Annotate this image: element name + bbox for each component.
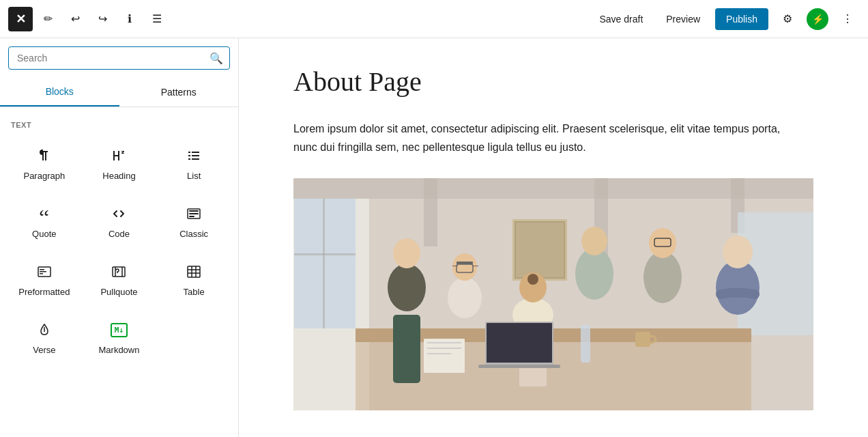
- block-heading[interactable]: Heading: [83, 135, 156, 190]
- pencil-icon: ✏: [44, 12, 53, 25]
- pullquote-label: Pullquote: [100, 287, 137, 297]
- search-input[interactable]: [8, 46, 230, 70]
- preformatted-label: Preformatted: [18, 287, 70, 297]
- block-quote[interactable]: Quote: [8, 193, 81, 248]
- search-icon: 🔍: [209, 52, 223, 65]
- block-preformatted[interactable]: Preformatted: [8, 251, 81, 306]
- topbar-right: Save draft Preview Publish ⚙ ⚡ ⋮: [591, 7, 860, 31]
- classic-label: Classic: [179, 229, 208, 239]
- svg-rect-17: [188, 266, 200, 277]
- preformatted-icon: [36, 262, 53, 281]
- svg-rect-9: [189, 216, 194, 217]
- blocks-list: TEXT Paragraph: [0, 107, 238, 437]
- svg-rect-12: [40, 271, 46, 272]
- paragraph-icon: [36, 146, 53, 165]
- svg-rect-8: [189, 213, 199, 214]
- svg-rect-11: [40, 269, 44, 270]
- close-button[interactable]: ✕: [8, 7, 33, 31]
- save-draft-button[interactable]: Save draft: [591, 8, 651, 30]
- page-paragraph: Lorem ipsum dolor sit amet, consectetur …: [293, 119, 798, 156]
- svg-rect-0: [192, 152, 199, 153]
- tabs: Blocks Patterns: [0, 78, 238, 107]
- block-code[interactable]: Code: [83, 193, 156, 248]
- svg-rect-4: [188, 155, 190, 156]
- svg-rect-7: [189, 210, 199, 212]
- more-options-button[interactable]: ⋮: [835, 7, 860, 31]
- code-label: Code: [108, 229, 130, 239]
- tab-patterns[interactable]: Patterns: [119, 78, 239, 107]
- page-image: [293, 178, 813, 410]
- verse-icon: [36, 320, 53, 339]
- search-box: 🔍: [8, 46, 230, 70]
- block-paragraph[interactable]: Paragraph: [8, 135, 81, 190]
- list-view-button[interactable]: ☰: [145, 7, 169, 31]
- svg-rect-66: [293, 178, 813, 410]
- settings-button[interactable]: ⚙: [775, 7, 800, 31]
- block-classic[interactable]: Classic: [158, 193, 230, 248]
- svg-rect-3: [188, 152, 190, 153]
- undo-button[interactable]: ↩: [63, 7, 87, 31]
- info-button[interactable]: ℹ: [117, 7, 142, 31]
- main-layout: 🔍 Blocks Patterns TEXT Parag: [0, 38, 868, 437]
- list-view-icon: ☰: [152, 12, 162, 25]
- page-title: About Page: [293, 66, 813, 98]
- avatar[interactable]: ⚡: [807, 8, 828, 30]
- publish-button[interactable]: Publish: [715, 8, 768, 30]
- block-markdown[interactable]: M↓ Markdown: [83, 309, 156, 364]
- table-icon: [186, 262, 202, 281]
- heading-label: Heading: [102, 171, 135, 181]
- gear-icon: ⚙: [783, 12, 792, 25]
- svg-rect-13: [40, 273, 43, 274]
- ellipsis-icon: ⋮: [842, 12, 853, 25]
- classic-icon: [186, 204, 202, 223]
- redo-icon: ↪: [98, 12, 107, 25]
- list-label: List: [187, 171, 201, 181]
- close-icon: ✕: [16, 12, 26, 27]
- list-icon: [186, 146, 202, 165]
- redo-button[interactable]: ↪: [90, 7, 115, 31]
- table-label: Table: [184, 287, 205, 297]
- quote-icon: [36, 204, 53, 223]
- svg-rect-1: [192, 155, 199, 156]
- pullquote-icon: [111, 262, 127, 281]
- topbar-left: ✕ ✏ ↩ ↪ ℹ ☰: [8, 7, 169, 31]
- code-icon: [111, 204, 127, 223]
- tab-blocks[interactable]: Blocks: [0, 78, 119, 107]
- svg-rect-5: [188, 158, 190, 160]
- editor-area[interactable]: About Page Lorem ipsum dolor sit amet, c…: [239, 38, 868, 437]
- markdown-icon: M↓: [111, 320, 128, 339]
- block-verse[interactable]: Verse: [8, 309, 81, 364]
- svg-rect-2: [192, 158, 199, 160]
- blocks-grid: Paragraph Heading: [8, 135, 230, 364]
- paragraph-label: Paragraph: [23, 171, 65, 181]
- block-pullquote[interactable]: Pullquote: [83, 251, 156, 306]
- avatar-icon: ⚡: [812, 14, 824, 25]
- quote-label: Quote: [32, 229, 56, 239]
- edit-icon-button[interactable]: ✏: [35, 7, 60, 31]
- info-icon: ℹ: [128, 12, 132, 25]
- sidebar: 🔍 Blocks Patterns TEXT Parag: [0, 38, 239, 437]
- block-list[interactable]: List: [158, 135, 230, 190]
- undo-icon: ↩: [71, 12, 80, 25]
- heading-icon: [111, 146, 127, 165]
- block-table[interactable]: Table: [158, 251, 230, 306]
- verse-label: Verse: [33, 345, 55, 355]
- topbar: ✕ ✏ ↩ ↪ ℹ ☰ Save draft Preview Publish ⚙: [0, 0, 868, 38]
- markdown-label: Markdown: [99, 345, 140, 355]
- preview-button[interactable]: Preview: [658, 8, 708, 30]
- section-label-text: TEXT: [11, 121, 230, 129]
